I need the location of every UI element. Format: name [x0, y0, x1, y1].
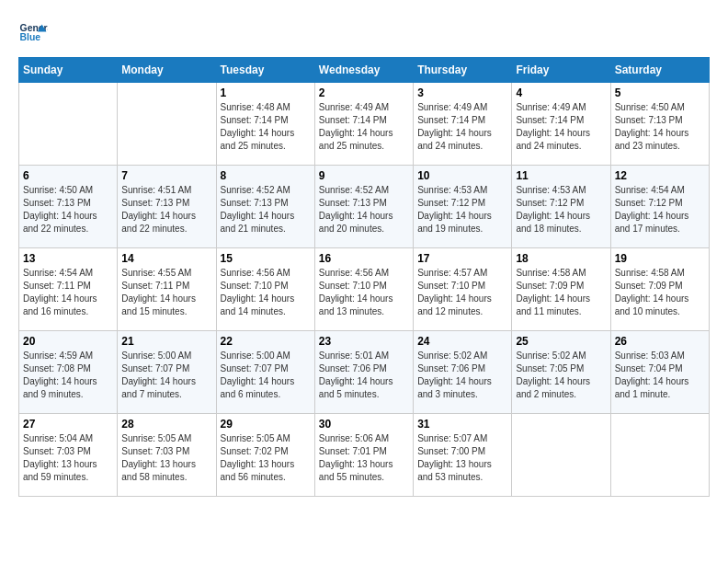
- calendar-cell: 18Sunrise: 4:58 AM Sunset: 7:09 PM Dayli…: [512, 248, 610, 331]
- day-number: 30: [319, 418, 409, 431]
- day-info: Sunrise: 5:02 AM Sunset: 7:05 PM Dayligh…: [516, 350, 606, 401]
- calendar-cell: 9Sunrise: 4:52 AM Sunset: 7:13 PM Daylig…: [314, 166, 413, 248]
- day-info: Sunrise: 4:55 AM Sunset: 7:11 PM Dayligh…: [121, 267, 211, 318]
- day-number: 6: [23, 169, 113, 182]
- day-number: 31: [417, 418, 507, 431]
- day-number: 12: [615, 169, 705, 182]
- day-number: 16: [319, 252, 409, 265]
- day-number: 18: [516, 252, 606, 265]
- calendar-cell: 21Sunrise: 5:00 AM Sunset: 7:07 PM Dayli…: [118, 331, 216, 414]
- day-number: 24: [417, 335, 507, 348]
- page-header: General Blue: [18, 18, 710, 48]
- calendar-cell: 29Sunrise: 5:05 AM Sunset: 7:02 PM Dayli…: [216, 414, 314, 497]
- calendar-cell: 17Sunrise: 4:57 AM Sunset: 7:10 PM Dayli…: [414, 248, 512, 331]
- calendar-cell: 27Sunrise: 5:04 AM Sunset: 7:03 PM Dayli…: [19, 414, 118, 497]
- day-number: 29: [221, 418, 311, 431]
- calendar-cell: 12Sunrise: 4:54 AM Sunset: 7:12 PM Dayli…: [610, 166, 709, 248]
- day-info: Sunrise: 5:01 AM Sunset: 7:06 PM Dayligh…: [319, 350, 409, 401]
- day-info: Sunrise: 5:07 AM Sunset: 7:00 PM Dayligh…: [417, 432, 507, 484]
- day-info: Sunrise: 4:56 AM Sunset: 7:10 PM Dayligh…: [221, 267, 311, 318]
- calendar-cell: 30Sunrise: 5:06 AM Sunset: 7:01 PM Dayli…: [314, 414, 413, 497]
- col-header-monday: Monday: [118, 58, 216, 83]
- day-number: 17: [417, 252, 507, 265]
- calendar-cell: [610, 414, 709, 497]
- day-info: Sunrise: 4:50 AM Sunset: 7:13 PM Dayligh…: [615, 101, 705, 153]
- day-info: Sunrise: 4:52 AM Sunset: 7:13 PM Dayligh…: [319, 184, 409, 236]
- day-info: Sunrise: 5:04 AM Sunset: 7:03 PM Dayligh…: [23, 432, 113, 484]
- day-info: Sunrise: 4:58 AM Sunset: 7:09 PM Dayligh…: [516, 267, 606, 318]
- calendar-cell: [512, 414, 610, 497]
- calendar-cell: 4Sunrise: 4:49 AM Sunset: 7:14 PM Daylig…: [512, 83, 610, 166]
- col-header-saturday: Saturday: [610, 58, 709, 83]
- calendar-cell: 1Sunrise: 4:48 AM Sunset: 7:14 PM Daylig…: [216, 83, 314, 166]
- day-info: Sunrise: 4:52 AM Sunset: 7:13 PM Dayligh…: [221, 184, 311, 236]
- day-number: 7: [121, 169, 211, 182]
- day-info: Sunrise: 4:51 AM Sunset: 7:13 PM Dayligh…: [121, 184, 211, 236]
- day-info: Sunrise: 4:53 AM Sunset: 7:12 PM Dayligh…: [417, 184, 507, 236]
- calendar-table: SundayMondayTuesdayWednesdayThursdayFrid…: [18, 57, 710, 497]
- day-info: Sunrise: 4:57 AM Sunset: 7:10 PM Dayligh…: [417, 267, 507, 318]
- day-info: Sunrise: 4:48 AM Sunset: 7:14 PM Dayligh…: [221, 101, 311, 153]
- day-number: 21: [121, 335, 211, 348]
- calendar-cell: 16Sunrise: 4:56 AM Sunset: 7:10 PM Dayli…: [314, 248, 413, 331]
- day-number: 9: [319, 169, 409, 182]
- calendar-cell: 20Sunrise: 4:59 AM Sunset: 7:08 PM Dayli…: [19, 331, 118, 414]
- day-number: 20: [23, 335, 113, 348]
- day-number: 25: [516, 335, 606, 348]
- calendar-cell: 13Sunrise: 4:54 AM Sunset: 7:11 PM Dayli…: [19, 248, 118, 331]
- calendar-cell: 5Sunrise: 4:50 AM Sunset: 7:13 PM Daylig…: [610, 83, 709, 166]
- calendar-cell: 28Sunrise: 5:05 AM Sunset: 7:03 PM Dayli…: [118, 414, 216, 497]
- logo: General Blue: [18, 18, 48, 48]
- calendar-cell: 22Sunrise: 5:00 AM Sunset: 7:07 PM Dayli…: [216, 331, 314, 414]
- day-info: Sunrise: 5:00 AM Sunset: 7:07 PM Dayligh…: [221, 350, 311, 401]
- col-header-sunday: Sunday: [19, 58, 118, 83]
- day-info: Sunrise: 5:00 AM Sunset: 7:07 PM Dayligh…: [121, 350, 211, 401]
- calendar-cell: 3Sunrise: 4:49 AM Sunset: 7:14 PM Daylig…: [414, 83, 512, 166]
- calendar-cell: 15Sunrise: 4:56 AM Sunset: 7:10 PM Dayli…: [216, 248, 314, 331]
- day-number: 26: [615, 335, 705, 348]
- calendar-cell: [19, 83, 118, 166]
- calendar-cell: 8Sunrise: 4:52 AM Sunset: 7:13 PM Daylig…: [216, 166, 314, 248]
- day-number: 1: [221, 86, 311, 99]
- day-info: Sunrise: 4:58 AM Sunset: 7:09 PM Dayligh…: [615, 267, 705, 318]
- day-info: Sunrise: 5:02 AM Sunset: 7:06 PM Dayligh…: [417, 350, 507, 401]
- col-header-friday: Friday: [512, 58, 610, 83]
- day-number: 27: [23, 418, 113, 431]
- calendar-cell: [118, 83, 216, 166]
- calendar-cell: 10Sunrise: 4:53 AM Sunset: 7:12 PM Dayli…: [414, 166, 512, 248]
- calendar-cell: 7Sunrise: 4:51 AM Sunset: 7:13 PM Daylig…: [118, 166, 216, 248]
- day-number: 4: [516, 86, 606, 99]
- day-number: 5: [615, 86, 705, 99]
- day-info: Sunrise: 4:53 AM Sunset: 7:12 PM Dayligh…: [516, 184, 606, 236]
- calendar-cell: 2Sunrise: 4:49 AM Sunset: 7:14 PM Daylig…: [314, 83, 413, 166]
- day-info: Sunrise: 5:03 AM Sunset: 7:04 PM Dayligh…: [615, 350, 705, 401]
- svg-text:Blue: Blue: [20, 32, 41, 42]
- day-info: Sunrise: 4:50 AM Sunset: 7:13 PM Dayligh…: [23, 184, 113, 236]
- calendar-cell: 25Sunrise: 5:02 AM Sunset: 7:05 PM Dayli…: [512, 331, 610, 414]
- calendar-cell: 23Sunrise: 5:01 AM Sunset: 7:06 PM Dayli…: [314, 331, 413, 414]
- calendar-cell: 14Sunrise: 4:55 AM Sunset: 7:11 PM Dayli…: [118, 248, 216, 331]
- calendar-cell: 11Sunrise: 4:53 AM Sunset: 7:12 PM Dayli…: [512, 166, 610, 248]
- day-info: Sunrise: 4:49 AM Sunset: 7:14 PM Dayligh…: [516, 101, 606, 153]
- day-info: Sunrise: 4:49 AM Sunset: 7:14 PM Dayligh…: [417, 101, 507, 153]
- day-info: Sunrise: 4:56 AM Sunset: 7:10 PM Dayligh…: [319, 267, 409, 318]
- day-number: 22: [221, 335, 311, 348]
- day-info: Sunrise: 5:05 AM Sunset: 7:03 PM Dayligh…: [121, 432, 211, 484]
- calendar-cell: 6Sunrise: 4:50 AM Sunset: 7:13 PM Daylig…: [19, 166, 118, 248]
- day-number: 13: [23, 252, 113, 265]
- col-header-wednesday: Wednesday: [314, 58, 413, 83]
- day-number: 19: [615, 252, 705, 265]
- day-number: 8: [221, 169, 311, 182]
- calendar-cell: 26Sunrise: 5:03 AM Sunset: 7:04 PM Dayli…: [610, 331, 709, 414]
- day-info: Sunrise: 5:06 AM Sunset: 7:01 PM Dayligh…: [319, 432, 409, 484]
- day-number: 28: [121, 418, 211, 431]
- day-info: Sunrise: 4:49 AM Sunset: 7:14 PM Dayligh…: [319, 101, 409, 153]
- calendar-cell: 24Sunrise: 5:02 AM Sunset: 7:06 PM Dayli…: [414, 331, 512, 414]
- day-number: 3: [417, 86, 507, 99]
- col-header-thursday: Thursday: [414, 58, 512, 83]
- day-number: 2: [319, 86, 409, 99]
- day-info: Sunrise: 4:54 AM Sunset: 7:11 PM Dayligh…: [23, 267, 113, 318]
- calendar-cell: 19Sunrise: 4:58 AM Sunset: 7:09 PM Dayli…: [610, 248, 709, 331]
- day-number: 15: [221, 252, 311, 265]
- calendar-cell: 31Sunrise: 5:07 AM Sunset: 7:00 PM Dayli…: [414, 414, 512, 497]
